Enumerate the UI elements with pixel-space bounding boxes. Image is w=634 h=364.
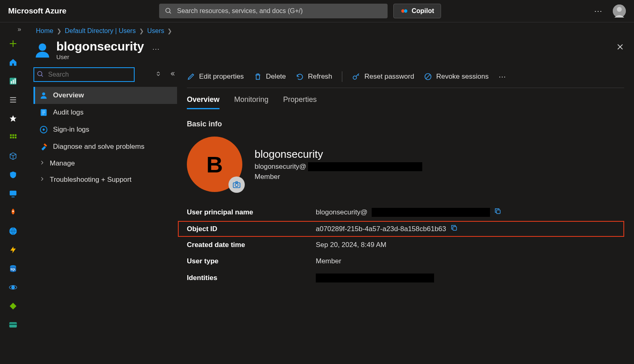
reset-password-button[interactable]: Reset password bbox=[352, 73, 414, 81]
copy-icon bbox=[494, 207, 501, 215]
copy-button[interactable] bbox=[494, 207, 501, 217]
copy-button[interactable] bbox=[450, 224, 458, 234]
nav-troubleshooting[interactable]: Troubleshooting + Support bbox=[33, 172, 177, 188]
expand-rail-icon[interactable]: » bbox=[0, 26, 26, 34]
rail-globe-icon[interactable] bbox=[3, 222, 23, 240]
breadcrumb-home[interactable]: Home bbox=[36, 27, 53, 35]
rail-shield-icon[interactable] bbox=[3, 166, 23, 184]
prop-row-upn: User principal name blogonsecurity@ bbox=[187, 203, 624, 221]
upn-prefix: blogonsecurity@ bbox=[255, 163, 306, 171]
svg-rect-17 bbox=[15, 135, 16, 136]
rail-rocket-icon[interactable] bbox=[3, 203, 23, 221]
revoke-sessions-button[interactable]: Revoke sessions bbox=[424, 73, 489, 81]
breadcrumb-users[interactable]: Users bbox=[147, 27, 164, 35]
svg-point-5 bbox=[617, 7, 622, 12]
rail-create-icon[interactable] bbox=[3, 35, 23, 53]
tool-label: Delete bbox=[266, 73, 286, 81]
rail-list-icon[interactable] bbox=[3, 91, 23, 109]
svg-point-35 bbox=[38, 71, 42, 76]
tab-overview[interactable]: Overview bbox=[187, 95, 219, 109]
nav-diagnose[interactable]: Diagnose and solve problems bbox=[33, 138, 177, 155]
trash-icon bbox=[254, 73, 262, 81]
tab-monitoring[interactable]: Monitoring bbox=[234, 95, 268, 109]
collapse-panel-icon[interactable] bbox=[167, 69, 177, 80]
redacted-content bbox=[316, 274, 434, 282]
rail-star-icon[interactable] bbox=[3, 110, 23, 128]
close-icon[interactable] bbox=[616, 43, 624, 53]
tab-bar: Overview Monitoring Properties bbox=[187, 88, 624, 109]
delete-button[interactable]: Delete bbox=[254, 73, 286, 81]
tools-icon bbox=[39, 142, 48, 151]
svg-line-36 bbox=[41, 75, 43, 77]
svg-rect-31 bbox=[9, 324, 17, 325]
breadcrumb-directory[interactable]: Default Directory | Users bbox=[65, 27, 136, 35]
nav-label: Audit logs bbox=[53, 108, 84, 117]
section-basic-info: Basic info bbox=[187, 120, 624, 128]
block-icon bbox=[424, 73, 432, 81]
topbar-more-icon[interactable]: ⋯ bbox=[594, 6, 603, 16]
copilot-button[interactable]: Copilot bbox=[393, 4, 441, 18]
user-avatar-large: B bbox=[187, 137, 242, 192]
rail-cube-icon[interactable] bbox=[3, 147, 23, 165]
tool-label: Reset password bbox=[364, 73, 414, 81]
panel-search-input[interactable] bbox=[33, 67, 135, 82]
refresh-icon bbox=[296, 73, 304, 81]
rail-monitor-icon[interactable] bbox=[3, 185, 23, 203]
page-subtitle: User bbox=[56, 53, 144, 60]
nav-label: Overview bbox=[53, 91, 84, 99]
page-header: blogonsecurity User ⋯ bbox=[26, 36, 634, 67]
user-avatar[interactable] bbox=[613, 4, 626, 18]
log-icon bbox=[39, 108, 48, 117]
global-search-input[interactable]: Search resources, services, and docs (G+… bbox=[159, 4, 388, 18]
rail-sql-icon[interactable]: SQL bbox=[3, 260, 23, 278]
svg-point-43 bbox=[353, 76, 357, 79]
svg-point-28 bbox=[11, 286, 14, 289]
prop-value: a070289f-215b-4a57-a23d-8a158cb61b63 bbox=[316, 225, 446, 233]
svg-rect-10 bbox=[13, 79, 14, 84]
svg-rect-15 bbox=[10, 135, 12, 136]
edit-button[interactable]: Edit properties bbox=[187, 73, 244, 81]
svg-rect-16 bbox=[12, 135, 14, 136]
search-icon bbox=[165, 7, 172, 15]
breadcrumb: Home ❯ Default Directory | Users ❯ Users… bbox=[26, 22, 634, 36]
chevron-right-icon: ❯ bbox=[57, 28, 62, 34]
tool-label: Edit properties bbox=[199, 73, 244, 81]
nav-signin-logs[interactable]: Sign-in logs bbox=[33, 121, 177, 138]
tab-properties[interactable]: Properties bbox=[283, 95, 317, 109]
nav-label: Sign-in logs bbox=[53, 126, 89, 134]
chevron-right-icon: ❯ bbox=[167, 28, 172, 34]
left-nav-rail: » SQL bbox=[0, 22, 26, 364]
key-icon bbox=[352, 73, 360, 81]
svg-line-1 bbox=[169, 12, 171, 13]
member-type: Member bbox=[255, 173, 422, 181]
toolbar-more-icon[interactable]: ⋯ bbox=[499, 72, 507, 81]
rail-bolt-icon[interactable] bbox=[3, 241, 23, 259]
chevron-right-icon bbox=[39, 159, 45, 168]
refresh-button[interactable]: Refresh bbox=[296, 73, 333, 81]
header-more-icon[interactable]: ⋯ bbox=[152, 44, 160, 53]
upload-photo-button[interactable] bbox=[228, 176, 245, 193]
prop-label: Created date time bbox=[187, 241, 316, 249]
pencil-icon bbox=[187, 73, 195, 81]
nav-overview[interactable]: Overview bbox=[33, 87, 177, 104]
tool-label: Revoke sessions bbox=[436, 73, 489, 81]
svg-rect-18 bbox=[10, 137, 12, 138]
prop-label: Object ID bbox=[187, 225, 316, 233]
sort-icon[interactable] bbox=[153, 69, 163, 80]
rail-cosmos-icon[interactable] bbox=[3, 278, 23, 296]
svg-rect-19 bbox=[12, 137, 14, 138]
user-principal-name: blogonsecurity@ bbox=[255, 162, 422, 171]
svg-point-24 bbox=[12, 210, 14, 212]
azure-logo[interactable]: Microsoft Azure bbox=[8, 7, 159, 15]
nav-manage[interactable]: Manage bbox=[33, 155, 177, 172]
chevron-right-icon: ❯ bbox=[139, 28, 144, 34]
separator bbox=[342, 71, 342, 82]
nav-audit-logs[interactable]: Audit logs bbox=[33, 104, 177, 121]
rail-grid-icon[interactable] bbox=[3, 128, 23, 146]
rail-home-icon[interactable] bbox=[3, 53, 23, 71]
rail-dashboard-icon[interactable] bbox=[3, 72, 23, 90]
rail-diamond-icon[interactable] bbox=[3, 297, 23, 315]
rail-card-icon[interactable] bbox=[3, 316, 23, 334]
svg-rect-11 bbox=[15, 79, 16, 84]
svg-point-37 bbox=[42, 93, 45, 95]
